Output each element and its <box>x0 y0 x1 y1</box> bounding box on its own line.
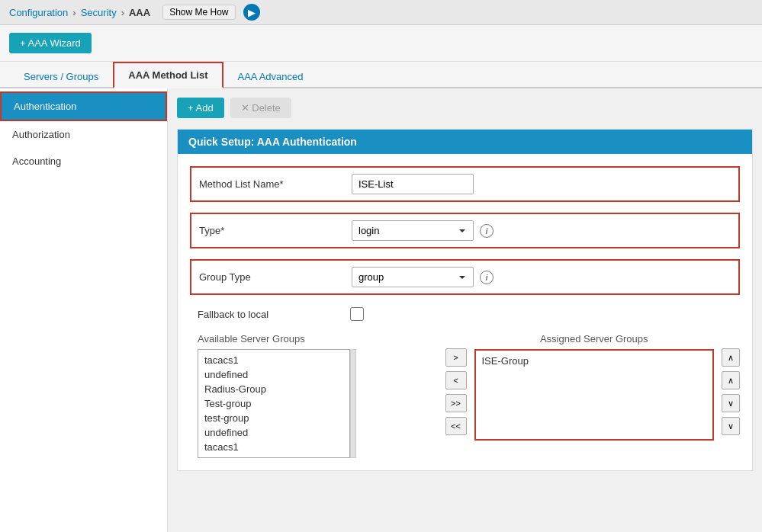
type-select[interactable]: login enable ppp dot1x <box>352 220 474 241</box>
list-item[interactable]: undefined <box>201 367 346 382</box>
list-item[interactable]: tacacs1 <box>201 353 346 367</box>
fallback-checkbox[interactable] <box>350 307 364 321</box>
tabs-bar: Servers / Groups AAA Method List AAA Adv… <box>0 62 762 88</box>
list-item[interactable]: ISE-Group <box>479 354 710 368</box>
sidebar-item-authorization[interactable]: Authorization <box>0 121 167 148</box>
quick-setup-panel: Quick Setup: AAA Authentication Method L… <box>177 129 753 471</box>
type-row: Type* login enable ppp dot1x i <box>190 213 740 248</box>
group-type-select[interactable]: group if-authenticated krb5 local none <box>352 267 474 287</box>
list-scrollbar[interactable] <box>350 349 356 458</box>
move-left-button[interactable]: < <box>445 371 467 389</box>
list-item[interactable]: Radius-Group <box>201 382 346 396</box>
method-list-name-label: Method List Name* <box>199 178 352 190</box>
available-server-groups-box: Available Server Groups tacacs1 undefine… <box>198 333 438 458</box>
list-item[interactable]: test-group <box>201 411 346 425</box>
show-me-how-button[interactable]: Show Me How <box>162 5 235 20</box>
list-item[interactable]: Test-group <box>201 396 346 411</box>
show-me-how-arrow[interactable]: ▶ <box>243 4 260 21</box>
sidebar: Authentication Authorization Accounting <box>0 88 168 532</box>
content: + Add ✕ Delete Quick Setup: AAA Authenti… <box>168 88 762 532</box>
fallback-label: Fallback to local <box>198 309 350 320</box>
aaa-wizard-button[interactable]: + AAA Wizard <box>9 33 92 53</box>
type-label: Type* <box>199 225 352 236</box>
breadcrumb-configuration[interactable]: Configuration <box>9 7 68 18</box>
order-top-button[interactable]: ∧ <box>722 348 740 367</box>
order-up-button[interactable]: ∧ <box>722 371 740 389</box>
quick-setup-title: Quick Setup: AAA Authentication <box>178 130 752 154</box>
list-item[interactable]: undefined <box>201 425 346 440</box>
move-right-button[interactable]: > <box>445 348 467 367</box>
main-layout: Authentication Authorization Accounting … <box>0 88 762 532</box>
fallback-row: Fallback to local <box>190 306 740 322</box>
delete-button[interactable]: ✕ Delete <box>230 98 291 118</box>
order-bottom-button[interactable]: ∨ <box>722 417 740 435</box>
list-item[interactable]: tacacs1 <box>201 440 346 454</box>
assigned-server-groups-box: Assigned Server Groups ISE-Group <box>474 333 715 441</box>
assigned-server-groups-label: Assigned Server Groups <box>474 333 715 345</box>
add-button[interactable]: + Add <box>177 98 224 118</box>
tab-servers-groups[interactable]: Servers / Groups <box>9 64 113 88</box>
move-all-right-button[interactable]: >> <box>445 394 467 412</box>
action-bar: + Add ✕ Delete <box>177 98 753 118</box>
assigned-server-groups-list[interactable]: ISE-Group <box>474 349 715 441</box>
breadcrumb-sep2: › <box>121 7 124 18</box>
method-list-name-input[interactable] <box>352 174 474 194</box>
group-type-row: Group Type group if-authenticated krb5 l… <box>190 259 740 295</box>
quick-setup-body: Method List Name* Type* login enable ppp… <box>178 154 752 470</box>
group-type-label: Group Type <box>199 271 352 283</box>
sidebar-item-accounting[interactable]: Accounting <box>0 148 167 175</box>
method-list-name-row: Method List Name* <box>190 166 740 202</box>
breadcrumb: Configuration › Security › AAA Show Me H… <box>0 0 762 25</box>
transfer-buttons: > < >> << <box>445 333 467 435</box>
available-server-groups-label: Available Server Groups <box>198 333 438 345</box>
group-type-info-icon[interactable]: i <box>480 271 494 284</box>
breadcrumb-aaa: AAA <box>129 7 150 18</box>
server-groups-section: Available Server Groups tacacs1 undefine… <box>190 333 740 458</box>
order-down-button[interactable]: ∨ <box>722 394 740 412</box>
order-buttons: ∧ ∧ ∨ ∨ <box>722 333 740 435</box>
move-all-left-button[interactable]: << <box>445 417 467 435</box>
tab-aaa-advanced[interactable]: AAA Advanced <box>223 64 318 88</box>
toolbar: + AAA Wizard <box>0 25 762 62</box>
breadcrumb-sep1: › <box>72 7 76 18</box>
sidebar-item-authentication[interactable]: Authentication <box>0 91 167 121</box>
available-server-groups-list[interactable]: tacacs1 undefined Radius-Group Test-grou… <box>198 349 350 458</box>
tab-aaa-method-list[interactable]: AAA Method List <box>113 62 223 88</box>
type-info-icon[interactable]: i <box>480 224 494 238</box>
breadcrumb-security[interactable]: Security <box>81 7 117 18</box>
